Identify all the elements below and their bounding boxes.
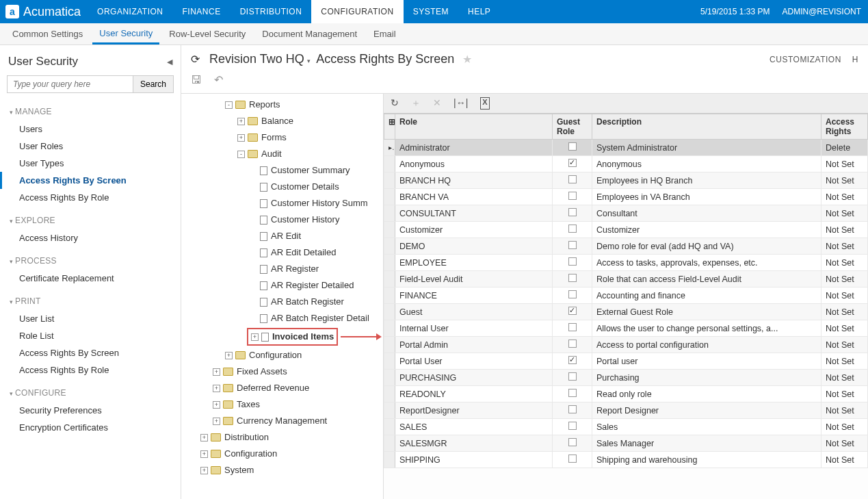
cell-description[interactable]: Report Designer bbox=[592, 402, 821, 419]
cell-role[interactable]: PURCHASING bbox=[395, 370, 553, 386]
tree-node-label[interactable]: Currency Management bbox=[237, 414, 327, 428]
tree-node-label[interactable]: Customer Details bbox=[271, 180, 339, 194]
cell-guest-role[interactable] bbox=[553, 370, 592, 386]
tree-node[interactable]: +Deferred Revenue bbox=[181, 380, 383, 396]
tree-node[interactable]: -Audit bbox=[181, 146, 383, 162]
expand-icon[interactable]: + bbox=[200, 450, 208, 458]
grid-delete-icon[interactable]: ✕ bbox=[433, 97, 441, 110]
collapse-icon[interactable]: - bbox=[237, 151, 245, 158]
collapse-icon[interactable]: - bbox=[225, 101, 233, 109]
undo-icon[interactable]: ↶ bbox=[214, 73, 223, 86]
tree-node[interactable]: +Invoiced Items bbox=[181, 327, 383, 347]
cell-description[interactable]: Sales Manager bbox=[592, 435, 821, 452]
grid-row[interactable]: SALESSalesNot Set bbox=[384, 419, 868, 435]
cell-role[interactable]: EMPLOYEE bbox=[395, 255, 553, 271]
cell-guest-role[interactable] bbox=[553, 402, 592, 419]
checkbox-icon[interactable] bbox=[568, 192, 577, 200]
tree-node[interactable]: +System bbox=[181, 462, 383, 478]
grid-row[interactable]: ReportDesignerReport DesignerNot Set bbox=[384, 402, 868, 419]
nav-link[interactable]: User Types bbox=[0, 155, 181, 172]
nav-link[interactable]: Access Rights By Role bbox=[0, 189, 181, 206]
cell-access-rights[interactable]: Not Set bbox=[821, 287, 868, 304]
cell-guest-role[interactable] bbox=[553, 337, 592, 353]
cell-role[interactable]: SALESMGR bbox=[395, 435, 553, 452]
expand-icon[interactable]: + bbox=[213, 401, 220, 409]
topbar-user[interactable]: ADMIN@REVISIONT bbox=[782, 7, 861, 16]
checkbox-icon[interactable] bbox=[568, 274, 577, 282]
cell-description[interactable]: Allows the user to change personal setti… bbox=[592, 320, 821, 337]
cell-description[interactable]: Employees in HQ Branch bbox=[592, 172, 821, 189]
row-selector[interactable] bbox=[384, 402, 395, 419]
cell-role[interactable]: Field-Level Audit bbox=[395, 271, 553, 287]
cell-guest-role[interactable] bbox=[553, 452, 592, 468]
cell-description[interactable]: Read only role bbox=[592, 386, 821, 402]
search-input[interactable] bbox=[7, 75, 133, 93]
tree-node[interactable]: Customer History bbox=[181, 212, 383, 228]
save-icon[interactable]: 🖫 bbox=[191, 74, 202, 86]
grid-header-desc[interactable]: Description bbox=[592, 114, 821, 140]
tree-node-label[interactable]: Customer Summary bbox=[271, 164, 350, 177]
page-action-link[interactable]: CUSTOMIZATION bbox=[770, 55, 841, 64]
tree-node[interactable]: AR Batch Register bbox=[181, 294, 383, 310]
tree-node-label[interactable]: AR Register Detailed bbox=[271, 279, 354, 292]
tree-node-label[interactable]: Customer History bbox=[271, 213, 339, 227]
mainnav-item[interactable]: HELP bbox=[458, 0, 500, 23]
cell-description[interactable]: Portal user bbox=[592, 353, 821, 370]
tree-node-label[interactable]: AR Register bbox=[271, 262, 319, 276]
expand-icon[interactable]: + bbox=[251, 333, 259, 341]
cell-description[interactable]: Role that can access Field-Level Audit bbox=[592, 271, 821, 287]
row-selector[interactable] bbox=[384, 222, 395, 238]
cell-access-rights[interactable]: Not Set bbox=[821, 337, 868, 353]
row-selector[interactable] bbox=[384, 370, 395, 386]
cell-access-rights[interactable]: Not Set bbox=[821, 271, 868, 287]
row-selector[interactable] bbox=[384, 353, 395, 370]
cell-description[interactable]: Anonymous bbox=[592, 156, 821, 172]
cell-guest-role[interactable] bbox=[553, 172, 592, 189]
cell-access-rights[interactable]: Not Set bbox=[821, 353, 868, 370]
tree-node-label[interactable]: Deferred Revenue bbox=[237, 381, 309, 395]
grid-row[interactable]: AnonymousAnonymousNot Set bbox=[384, 156, 868, 172]
nav-section-heading[interactable]: PRINT bbox=[0, 292, 181, 310]
grid-row[interactable]: CONSULTANTConsultantNot Set bbox=[384, 205, 868, 222]
cell-access-rights[interactable]: Not Set bbox=[821, 255, 868, 271]
cell-access-rights[interactable]: Not Set bbox=[821, 402, 868, 419]
brand-logo[interactable]: a Acumatica bbox=[0, 5, 88, 19]
grid-refresh-icon[interactable]: ↻ bbox=[391, 97, 399, 110]
cell-access-rights[interactable]: Delete bbox=[821, 140, 868, 156]
cell-access-rights[interactable]: Not Set bbox=[821, 222, 868, 238]
checkbox-icon[interactable] bbox=[568, 323, 577, 331]
row-selector[interactable] bbox=[384, 419, 395, 435]
cell-role[interactable]: BRANCH VA bbox=[395, 189, 553, 205]
row-selector[interactable] bbox=[384, 320, 395, 337]
row-selector[interactable] bbox=[384, 255, 395, 271]
tree-node[interactable]: -Reports bbox=[181, 97, 383, 113]
cell-description[interactable]: Access to portal configuration bbox=[592, 337, 821, 353]
row-selector[interactable] bbox=[384, 189, 395, 205]
tree-node[interactable]: AR Batch Register Detail bbox=[181, 310, 383, 327]
expand-icon[interactable]: + bbox=[225, 352, 233, 359]
nav-link[interactable]: Security Preferences bbox=[0, 402, 181, 419]
favorite-star-icon[interactable]: ★ bbox=[462, 53, 472, 66]
grid-row[interactable]: DEMODemo role for eval (add HQ and VA)No… bbox=[384, 238, 868, 255]
nav-section-heading[interactable]: CONFIGURE bbox=[0, 384, 181, 402]
subnav-item[interactable]: Row-Level Security bbox=[162, 23, 252, 44]
cell-access-rights[interactable]: Not Set bbox=[821, 189, 868, 205]
cell-guest-role[interactable] bbox=[553, 271, 592, 287]
cell-guest-role[interactable] bbox=[553, 320, 592, 337]
expand-icon[interactable]: + bbox=[237, 118, 245, 125]
cell-description[interactable]: Customizer bbox=[592, 222, 821, 238]
grid-fit-icon[interactable]: |↔| bbox=[453, 97, 468, 110]
cell-role[interactable]: Portal Admin bbox=[395, 337, 553, 353]
cell-access-rights[interactable]: Not Set bbox=[821, 452, 868, 468]
checkbox-icon[interactable] bbox=[568, 142, 577, 151]
cell-guest-role[interactable] bbox=[553, 222, 592, 238]
subnav-item[interactable]: Document Management bbox=[255, 23, 364, 44]
cell-access-rights[interactable]: Not Set bbox=[821, 205, 868, 222]
nav-link[interactable]: Users bbox=[0, 120, 181, 138]
tree-node-label[interactable]: Fixed Assets bbox=[237, 365, 287, 379]
row-selector[interactable] bbox=[384, 337, 395, 353]
cell-guest-role[interactable] bbox=[553, 435, 592, 452]
grid-row[interactable]: FINANCEAccounting and financeNot Set bbox=[384, 287, 868, 304]
tree-node[interactable]: AR Register Detailed bbox=[181, 277, 383, 294]
cell-role[interactable]: BRANCH HQ bbox=[395, 172, 553, 189]
